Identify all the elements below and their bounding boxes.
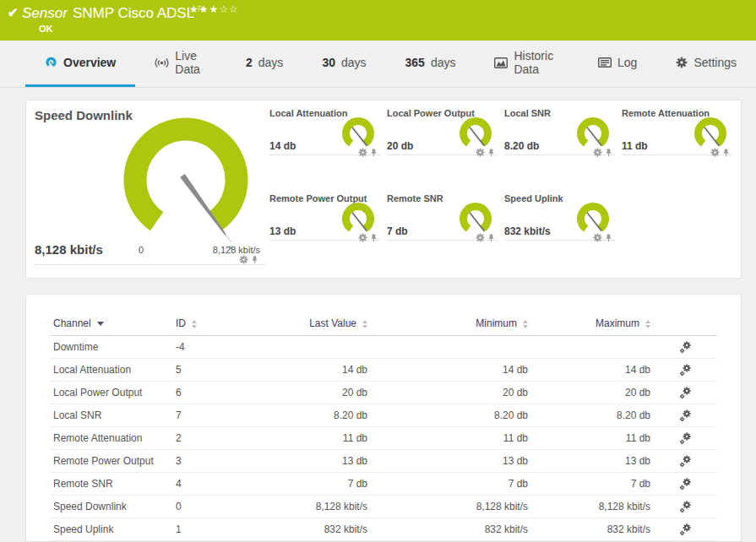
gauge-value: 20 db <box>387 140 413 152</box>
gauge-cell-remote-snr: Remote SNR 7 db <box>387 193 498 241</box>
cell-channel: Local SNR <box>50 404 172 427</box>
channel-settings-icon[interactable] <box>679 364 692 377</box>
channel-settings-icon[interactable] <box>679 455 692 468</box>
gear-icon[interactable] <box>239 255 248 264</box>
cell-minimum: 20 db <box>371 382 531 404</box>
gauge-actions[interactable] <box>476 233 495 242</box>
gauges-panel: Speed Downlink x 8,128 kbit/s 0 8,128 kb… <box>25 100 742 279</box>
column-header-channel[interactable]: Channel <box>50 312 172 336</box>
cell-minimum: 832 kbit/s <box>371 518 531 541</box>
cell-maximum: 13 db <box>531 450 654 473</box>
cell-settings[interactable] <box>654 473 717 496</box>
tab-settings[interactable]: Settings <box>656 41 756 87</box>
tab-historic-data[interactable]: Historic Data <box>475 41 579 87</box>
gauge-value: 8,128 kbit/s <box>35 242 103 257</box>
table-row-local-attenuation: Local Attenuation514 db14 db14 db <box>50 359 717 382</box>
gauge-actions[interactable] <box>476 148 495 157</box>
pin-icon[interactable] <box>487 233 495 242</box>
table-row-remote-power-output: Remote Power Output313 db13 db13 db <box>50 450 717 473</box>
primary-gauge-cell: Speed Downlink x 8,128 kbit/s 0 8,128 kb… <box>26 100 267 278</box>
column-label: Channel <box>53 317 91 329</box>
gauge-actions[interactable] <box>593 148 612 157</box>
gear-icon[interactable] <box>593 148 602 157</box>
cell-id: -4 <box>172 336 257 359</box>
pin-icon[interactable] <box>605 233 612 242</box>
cell-id: 4 <box>172 473 257 496</box>
cell-settings[interactable] <box>654 496 717 518</box>
gauge-value: 11 db <box>622 140 648 152</box>
channel-settings-icon[interactable] <box>679 501 692 513</box>
tab-365-days[interactable]: 365days <box>386 41 476 87</box>
channel-settings-icon[interactable] <box>679 478 692 491</box>
sort-toggle-icon <box>645 320 650 328</box>
gauge-actions[interactable] <box>358 233 378 242</box>
column-header-last-value[interactable]: Last Value <box>257 312 371 336</box>
cell-channel: Remote Power Output <box>50 450 172 473</box>
cell-id: 1 <box>172 518 257 541</box>
cell-channel: Remote SNR <box>50 473 172 496</box>
priority-stars[interactable]: ★★★☆☆ <box>189 3 239 15</box>
pin-icon[interactable] <box>722 148 730 157</box>
sensor-name: SNMP Cisco ADSL <box>73 5 194 21</box>
cell-id: 0 <box>172 496 257 518</box>
tab-30-days[interactable]: 30days <box>302 41 385 87</box>
cell-settings[interactable] <box>654 518 717 541</box>
cell-settings[interactable] <box>654 336 717 359</box>
channel-settings-icon[interactable] <box>679 432 692 445</box>
pin-icon[interactable] <box>370 233 378 242</box>
gauge-title: Local Attenuation <box>269 108 347 118</box>
tab-live-data[interactable]: Live Data <box>135 41 226 87</box>
cell-settings[interactable] <box>654 450 717 473</box>
column-header-minimum[interactable]: Minimum <box>371 312 531 336</box>
column-header-id[interactable]: ID <box>172 312 257 336</box>
tab-2-days[interactable]: 2days <box>226 41 302 87</box>
gear-icon[interactable] <box>358 148 367 157</box>
cell-settings[interactable] <box>654 404 717 427</box>
pin-icon[interactable] <box>370 148 378 157</box>
cell-last-value: 14 db <box>257 359 371 382</box>
cell-last-value: 13 db <box>257 450 371 473</box>
pin-icon[interactable] <box>251 255 258 264</box>
tab-label: Settings <box>693 56 737 69</box>
cell-divider <box>33 264 265 265</box>
pin-icon[interactable] <box>487 148 495 157</box>
cell-channel: Remote Attenuation <box>50 427 172 450</box>
channel-settings-icon[interactable] <box>679 523 692 536</box>
tab-overview[interactable]: Overview <box>25 41 135 87</box>
gear-icon[interactable] <box>710 148 720 157</box>
gauge-value: 832 kbit/s <box>504 225 551 237</box>
gauge-actions[interactable] <box>593 233 612 242</box>
column-header-maximum[interactable]: Maximum <box>531 312 654 336</box>
channels-panel: ChannelIDLast ValueMinimumMaximum Downti… <box>25 294 742 542</box>
cell-settings[interactable] <box>654 382 717 404</box>
pin-icon[interactable] <box>605 148 612 157</box>
channels-table: ChannelIDLast ValueMinimumMaximum Downti… <box>50 312 717 541</box>
gear-icon[interactable] <box>476 148 485 157</box>
cell-channel: Speed Uplink <box>50 518 172 541</box>
cell-settings[interactable] <box>654 359 717 382</box>
gauge-actions[interactable] <box>358 148 378 157</box>
gauge-actions[interactable] <box>239 255 258 264</box>
tab-log[interactable]: Log <box>579 41 656 87</box>
channel-settings-icon[interactable] <box>679 409 692 422</box>
column-label: ID <box>176 317 186 329</box>
area-chart-icon <box>494 57 508 68</box>
table-row-local-power-output: Local Power Output620 db20 db20 db <box>50 382 717 404</box>
gauge-title: Local SNR <box>504 108 551 118</box>
channel-settings-icon[interactable] <box>679 341 692 354</box>
table-row-local-snr: Local SNR78.20 db8.20 db8.20 db <box>50 404 717 427</box>
tab-bar: Overview Live Data2days30days365days His… <box>0 41 756 88</box>
cell-last-value: 11 db <box>257 427 371 450</box>
object-kind-label: Sensor <box>22 5 68 21</box>
table-row-speed-uplink: Speed Uplink1832 kbit/s832 kbit/s832 kbi… <box>50 518 717 541</box>
cell-last-value: 7 db <box>257 473 371 496</box>
log-icon <box>598 57 612 68</box>
cell-settings[interactable] <box>654 427 717 450</box>
gauge-max-label: 8,128 kbit/s <box>213 245 260 255</box>
gear-icon[interactable] <box>593 233 602 242</box>
status-badge: OK <box>39 24 53 34</box>
gauge-actions[interactable] <box>710 148 730 157</box>
gear-icon[interactable] <box>476 233 485 242</box>
gear-icon[interactable] <box>358 233 367 242</box>
channel-settings-icon[interactable] <box>679 387 692 399</box>
